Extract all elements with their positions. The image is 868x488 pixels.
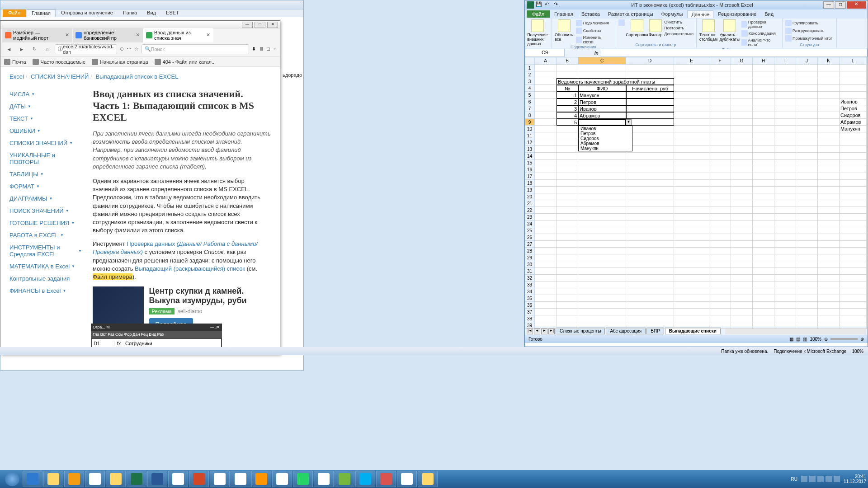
- cell[interactable]: [731, 92, 753, 99]
- cell[interactable]: [774, 139, 796, 146]
- bookmark-item[interactable]: Почта: [4, 59, 26, 65]
- cell[interactable]: [796, 288, 818, 295]
- cell[interactable]: [796, 139, 818, 146]
- cell[interactable]: [709, 200, 731, 207]
- cell[interactable]: [709, 268, 731, 275]
- cell[interactable]: [818, 234, 840, 241]
- cell[interactable]: [731, 132, 753, 139]
- cell[interactable]: [774, 146, 796, 153]
- column-header-K[interactable]: K: [818, 57, 840, 65]
- cell[interactable]: [709, 214, 731, 221]
- cell[interactable]: [709, 71, 731, 78]
- clear-button[interactable]: Очистить: [664, 19, 693, 25]
- cell[interactable]: [626, 92, 674, 99]
- mini-menu[interactable]: Рец: [141, 332, 148, 337]
- remove-duplicates-button[interactable]: Удалить дубликаты: [720, 19, 740, 47]
- cell[interactable]: [753, 200, 774, 207]
- cell[interactable]: [774, 160, 796, 166]
- cell[interactable]: [557, 139, 578, 146]
- cell[interactable]: [753, 180, 774, 187]
- row-header-10[interactable]: 10: [525, 126, 535, 132]
- taskbar-pdf[interactable]: [376, 471, 396, 487]
- cell[interactable]: [557, 126, 578, 132]
- cell[interactable]: [796, 207, 818, 214]
- row-header-14[interactable]: 14: [525, 153, 535, 160]
- cell[interactable]: [626, 275, 674, 282]
- cell[interactable]: [709, 180, 731, 187]
- mini-formula-bar[interactable]: Сотрудники: [123, 341, 221, 346]
- cell[interactable]: [753, 160, 774, 166]
- cell[interactable]: [674, 322, 709, 329]
- dropdown-button[interactable]: ▼: [626, 119, 632, 125]
- column-header-E[interactable]: E: [674, 57, 709, 65]
- cell[interactable]: [731, 282, 753, 288]
- cell[interactable]: [731, 112, 753, 119]
- row-header-17[interactable]: 17: [525, 173, 535, 180]
- cell[interactable]: [626, 160, 674, 166]
- sort-button[interactable]: Сортировка: [627, 19, 647, 37]
- cell[interactable]: [818, 65, 840, 71]
- cell[interactable]: [840, 207, 867, 214]
- column-header-I[interactable]: I: [774, 57, 796, 65]
- cell[interactable]: [578, 160, 626, 166]
- cell[interactable]: [674, 132, 709, 139]
- row-header-28[interactable]: 28: [525, 248, 535, 254]
- cell[interactable]: [535, 288, 557, 295]
- cell[interactable]: [818, 119, 840, 126]
- cell[interactable]: [578, 187, 626, 193]
- consolidate-button[interactable]: Консолидация: [741, 30, 779, 37]
- cell[interactable]: [557, 275, 578, 282]
- cell[interactable]: [753, 132, 774, 139]
- cell[interactable]: [626, 99, 674, 105]
- row-header-20[interactable]: 20: [525, 193, 535, 200]
- cell[interactable]: [753, 207, 774, 214]
- cell[interactable]: [731, 200, 753, 207]
- cell[interactable]: [840, 221, 867, 227]
- cell[interactable]: [674, 180, 709, 187]
- ribbon-tab-pagelayout[interactable]: Разметка страницы: [604, 10, 657, 18]
- cell[interactable]: [840, 322, 867, 329]
- cell[interactable]: [557, 71, 578, 78]
- cell[interactable]: [626, 227, 674, 234]
- cell[interactable]: [557, 200, 578, 207]
- cell[interactable]: [557, 282, 578, 288]
- cell[interactable]: [753, 187, 774, 193]
- cell[interactable]: [753, 322, 774, 329]
- cell[interactable]: [557, 234, 578, 241]
- cell[interactable]: [796, 234, 818, 241]
- cell[interactable]: [840, 315, 867, 322]
- taskbar-excel[interactable]: [127, 471, 146, 487]
- cell[interactable]: [774, 234, 796, 241]
- cell[interactable]: [731, 126, 753, 132]
- cell[interactable]: [709, 207, 731, 214]
- zoom-in-button[interactable]: ⊕: [860, 337, 864, 342]
- cell[interactable]: [818, 268, 840, 275]
- cell[interactable]: [731, 322, 753, 329]
- cell[interactable]: [774, 153, 796, 160]
- ribbon-tab-insert[interactable]: Вставка: [578, 10, 604, 18]
- row-header-9[interactable]: 9: [525, 119, 535, 126]
- cell[interactable]: [709, 275, 731, 282]
- cell[interactable]: [818, 282, 840, 288]
- cell[interactable]: [709, 153, 731, 160]
- connections-button[interactable]: Подключения: [576, 19, 612, 27]
- row-header-15[interactable]: 15: [525, 160, 535, 166]
- row-header-31[interactable]: 31: [525, 268, 535, 275]
- cell[interactable]: [674, 166, 709, 173]
- cell[interactable]: [535, 92, 557, 99]
- cell[interactable]: [818, 309, 840, 315]
- cell[interactable]: [674, 193, 709, 200]
- sidebar-item[interactable]: СПИСКИ ЗНАЧЕНИЙ▼: [9, 137, 82, 149]
- cell[interactable]: [796, 214, 818, 221]
- cell[interactable]: [818, 207, 840, 214]
- cell[interactable]: [578, 322, 626, 329]
- cell[interactable]: [796, 200, 818, 207]
- taskbar-1c2[interactable]: [418, 471, 438, 487]
- cell[interactable]: Манукян: [840, 126, 867, 132]
- dropdown-item[interactable]: Манукян: [579, 146, 632, 151]
- cell[interactable]: [774, 214, 796, 221]
- cell[interactable]: [674, 65, 709, 71]
- cell[interactable]: [674, 85, 709, 92]
- cell[interactable]: [626, 200, 674, 207]
- column-header-J[interactable]: J: [796, 57, 818, 65]
